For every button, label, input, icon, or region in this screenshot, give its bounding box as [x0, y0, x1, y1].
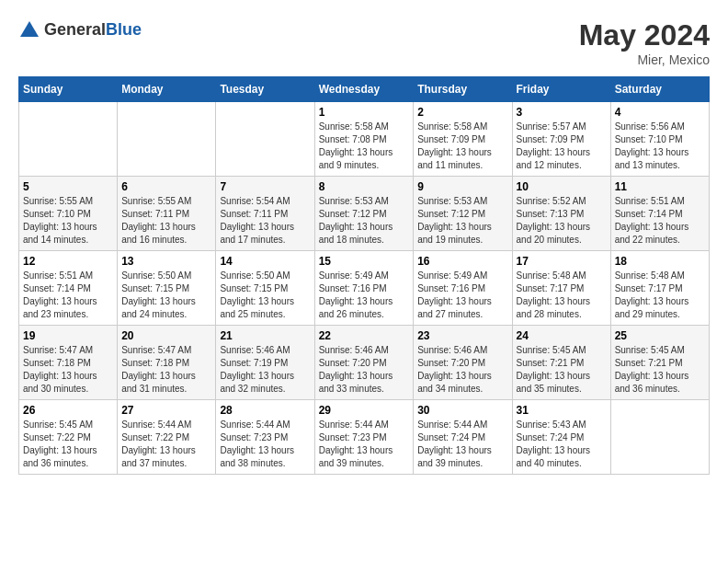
calendar-cell: 24Sunrise: 5:45 AMSunset: 7:21 PMDayligh…: [512, 326, 610, 400]
day-info: Sunrise: 5:45 AMSunset: 7:21 PMDaylight:…: [615, 344, 705, 396]
day-number: 7: [220, 180, 310, 193]
calendar-cell: 21Sunrise: 5:46 AMSunset: 7:19 PMDayligh…: [216, 326, 314, 400]
calendar-cell: 7Sunrise: 5:54 AMSunset: 7:11 PMDaylight…: [216, 177, 314, 251]
calendar-week-row: 5Sunrise: 5:55 AMSunset: 7:10 PMDaylight…: [19, 177, 710, 251]
day-info: Sunrise: 5:44 AMSunset: 7:23 PMDaylight:…: [319, 419, 410, 470]
calendar-cell: 3Sunrise: 5:57 AMSunset: 7:09 PMDaylight…: [512, 102, 610, 177]
logo-text-general: General: [44, 20, 106, 39]
day-number: 23: [417, 329, 507, 342]
month-year-title: May 2024: [579, 18, 710, 52]
day-number: 2: [417, 106, 507, 119]
calendar-cell: [216, 102, 314, 177]
day-number: 10: [517, 180, 607, 193]
day-number: 27: [121, 404, 211, 417]
day-info: Sunrise: 5:57 AMSunset: 7:09 PMDaylight:…: [517, 121, 607, 172]
day-number: 16: [417, 255, 507, 268]
day-info: Sunrise: 5:48 AMSunset: 7:17 PMDaylight:…: [517, 270, 607, 321]
day-number: 22: [319, 329, 410, 342]
day-info: Sunrise: 5:58 AMSunset: 7:08 PMDaylight:…: [319, 121, 410, 172]
weekday-header-wednesday: Wednesday: [314, 77, 414, 102]
day-number: 31: [517, 404, 607, 417]
calendar-week-row: 1Sunrise: 5:58 AMSunset: 7:08 PMDaylight…: [19, 102, 710, 177]
calendar-cell: 6Sunrise: 5:55 AMSunset: 7:11 PMDaylight…: [118, 177, 216, 251]
calendar-cell: 5Sunrise: 5:55 AMSunset: 7:10 PMDaylight…: [19, 177, 118, 251]
day-info: Sunrise: 5:50 AMSunset: 7:15 PMDaylight:…: [121, 270, 211, 321]
calendar-week-row: 12Sunrise: 5:51 AMSunset: 7:14 PMDayligh…: [19, 251, 710, 326]
day-number: 14: [220, 255, 310, 268]
calendar-cell: 17Sunrise: 5:48 AMSunset: 7:17 PMDayligh…: [512, 251, 610, 326]
day-info: Sunrise: 5:47 AMSunset: 7:18 PMDaylight:…: [23, 344, 113, 396]
logo-icon: [18, 18, 40, 40]
day-number: 13: [121, 255, 211, 268]
location-subtitle: Mier, Mexico: [579, 52, 710, 67]
day-info: Sunrise: 5:46 AMSunset: 7:20 PMDaylight:…: [417, 344, 507, 396]
calendar-cell: [19, 102, 118, 177]
day-number: 30: [417, 404, 507, 417]
title-area: May 2024 Mier, Mexico: [579, 18, 710, 67]
calendar-cell: 31Sunrise: 5:43 AMSunset: 7:24 PMDayligh…: [512, 400, 610, 475]
day-info: Sunrise: 5:52 AMSunset: 7:13 PMDaylight:…: [517, 195, 607, 247]
calendar-cell: 4Sunrise: 5:56 AMSunset: 7:10 PMDaylight…: [610, 102, 709, 177]
weekday-header-monday: Monday: [118, 77, 216, 102]
calendar-cell: 11Sunrise: 5:51 AMSunset: 7:14 PMDayligh…: [610, 177, 709, 251]
logo: GeneralBlue: [18, 18, 142, 40]
logo-text-blue: Blue: [106, 20, 142, 39]
calendar-cell: 2Sunrise: 5:58 AMSunset: 7:09 PMDaylight…: [414, 102, 512, 177]
day-number: 15: [319, 255, 410, 268]
day-info: Sunrise: 5:44 AMSunset: 7:22 PMDaylight:…: [121, 419, 211, 470]
day-number: 4: [615, 106, 705, 119]
day-info: Sunrise: 5:47 AMSunset: 7:18 PMDaylight:…: [121, 344, 211, 396]
weekday-header-saturday: Saturday: [610, 77, 709, 102]
day-info: Sunrise: 5:53 AMSunset: 7:12 PMDaylight:…: [319, 195, 410, 247]
weekday-header-sunday: Sunday: [19, 77, 118, 102]
calendar-cell: 8Sunrise: 5:53 AMSunset: 7:12 PMDaylight…: [314, 177, 414, 251]
calendar-cell: 13Sunrise: 5:50 AMSunset: 7:15 PMDayligh…: [118, 251, 216, 326]
calendar-cell: [610, 400, 709, 475]
calendar-cell: 9Sunrise: 5:53 AMSunset: 7:12 PMDaylight…: [414, 177, 512, 251]
day-info: Sunrise: 5:50 AMSunset: 7:15 PMDaylight:…: [220, 270, 310, 321]
calendar-cell: 26Sunrise: 5:45 AMSunset: 7:22 PMDayligh…: [19, 400, 118, 475]
day-number: 11: [615, 180, 705, 193]
calendar-table: SundayMondayTuesdayWednesdayThursdayFrid…: [18, 76, 710, 475]
calendar-cell: 27Sunrise: 5:44 AMSunset: 7:22 PMDayligh…: [118, 400, 216, 475]
day-number: 25: [615, 329, 705, 342]
day-info: Sunrise: 5:51 AMSunset: 7:14 PMDaylight:…: [23, 270, 113, 321]
calendar-cell: 28Sunrise: 5:44 AMSunset: 7:23 PMDayligh…: [216, 400, 314, 475]
day-info: Sunrise: 5:44 AMSunset: 7:23 PMDaylight:…: [220, 419, 310, 470]
calendar-week-row: 19Sunrise: 5:47 AMSunset: 7:18 PMDayligh…: [19, 326, 710, 400]
calendar-cell: 12Sunrise: 5:51 AMSunset: 7:14 PMDayligh…: [19, 251, 118, 326]
day-info: Sunrise: 5:46 AMSunset: 7:20 PMDaylight:…: [319, 344, 410, 396]
day-info: Sunrise: 5:48 AMSunset: 7:17 PMDaylight:…: [615, 270, 705, 321]
day-number: 12: [23, 255, 113, 268]
calendar-cell: [118, 102, 216, 177]
calendar-cell: 25Sunrise: 5:45 AMSunset: 7:21 PMDayligh…: [610, 326, 709, 400]
day-info: Sunrise: 5:44 AMSunset: 7:24 PMDaylight:…: [417, 419, 507, 470]
page-header: GeneralBlue May 2024 Mier, Mexico: [18, 18, 710, 67]
day-number: 5: [23, 180, 113, 193]
calendar-cell: 10Sunrise: 5:52 AMSunset: 7:13 PMDayligh…: [512, 177, 610, 251]
day-number: 24: [517, 329, 607, 342]
day-number: 29: [319, 404, 410, 417]
day-number: 21: [220, 329, 310, 342]
day-number: 3: [517, 106, 607, 119]
day-info: Sunrise: 5:53 AMSunset: 7:12 PMDaylight:…: [417, 195, 507, 247]
calendar-cell: 19Sunrise: 5:47 AMSunset: 7:18 PMDayligh…: [19, 326, 118, 400]
day-info: Sunrise: 5:55 AMSunset: 7:11 PMDaylight:…: [121, 195, 211, 247]
day-number: 28: [220, 404, 310, 417]
calendar-cell: 15Sunrise: 5:49 AMSunset: 7:16 PMDayligh…: [314, 251, 414, 326]
day-number: 19: [23, 329, 113, 342]
day-number: 8: [319, 180, 410, 193]
calendar-header-row: SundayMondayTuesdayWednesdayThursdayFrid…: [19, 77, 710, 102]
day-number: 26: [23, 404, 113, 417]
day-info: Sunrise: 5:55 AMSunset: 7:10 PMDaylight:…: [23, 195, 113, 247]
day-info: Sunrise: 5:43 AMSunset: 7:24 PMDaylight:…: [517, 419, 607, 470]
day-info: Sunrise: 5:46 AMSunset: 7:19 PMDaylight:…: [220, 344, 310, 396]
calendar-cell: 29Sunrise: 5:44 AMSunset: 7:23 PMDayligh…: [314, 400, 414, 475]
day-info: Sunrise: 5:56 AMSunset: 7:10 PMDaylight:…: [615, 121, 705, 172]
day-info: Sunrise: 5:45 AMSunset: 7:21 PMDaylight:…: [517, 344, 607, 396]
day-number: 18: [615, 255, 705, 268]
day-number: 1: [319, 106, 410, 119]
calendar-cell: 14Sunrise: 5:50 AMSunset: 7:15 PMDayligh…: [216, 251, 314, 326]
weekday-header-thursday: Thursday: [414, 77, 512, 102]
weekday-header-friday: Friday: [512, 77, 610, 102]
